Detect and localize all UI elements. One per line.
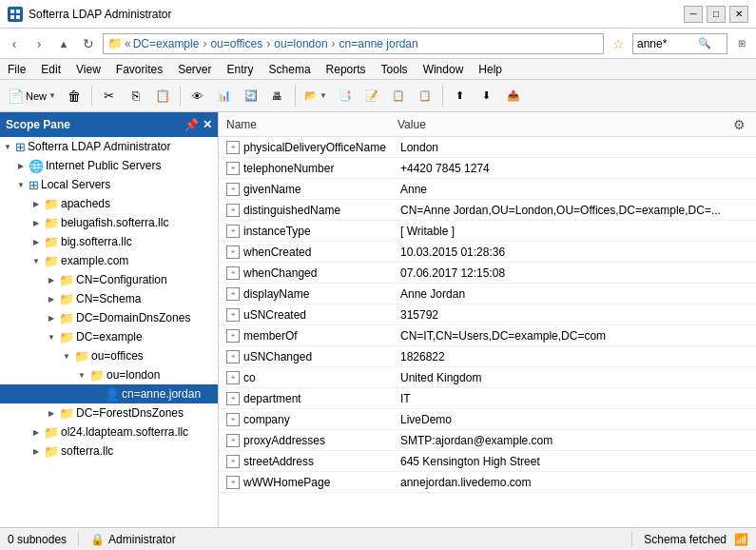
tree-node-local[interactable]: ▼ ⊞ Local Servers <box>0 175 218 194</box>
entry-row[interactable]: + instanceType [ Writable ] <box>219 221 756 242</box>
entry-row[interactable]: + displayName Anne Jordan <box>219 284 756 304</box>
tree-node-example[interactable]: ▼ 📁 example.com <box>0 251 218 270</box>
tree-node-dc-domain[interactable]: ▶ 📁 DC=DomainDnsZones <box>0 308 218 327</box>
expand-softerra[interactable]: ▶ <box>30 445 42 457</box>
view-btn-2[interactable]: 📊 <box>212 84 237 108</box>
copy-button[interactable]: ⎘ <box>124 84 148 108</box>
tree-node-beluga[interactable]: ▶ 📁 belugafish.softerra.llc <box>0 213 218 232</box>
search-input[interactable] <box>633 37 695 50</box>
entry-row[interactable]: + co United Kingdom <box>219 367 756 388</box>
print-button[interactable]: 🖶 <box>265 84 290 108</box>
menu-tools[interactable]: Tools <box>374 59 416 80</box>
entry-btn-7[interactable]: 📤 <box>501 84 526 108</box>
entry-row[interactable]: + uSNChanged 1826822 <box>219 346 756 367</box>
tree-node-dc-forest[interactable]: ▶ 📁 DC=ForestDnsZones <box>0 403 218 422</box>
tree-node-apacheds[interactable]: ▶ 📁 apacheds <box>0 194 218 213</box>
expand-cn-config[interactable]: ▶ <box>46 274 57 285</box>
back-button[interactable]: ‹ <box>4 33 25 54</box>
expand-ou-offices[interactable]: ▼ <box>61 350 72 362</box>
expand-dc-example[interactable]: ▼ <box>46 331 57 343</box>
close-button[interactable]: ✕ <box>729 6 748 23</box>
menu-server[interactable]: Server <box>170 59 219 80</box>
search-button[interactable]: 🔍 <box>695 34 714 53</box>
entry-row[interactable]: + distinguishedName CN=Anne Jordan,OU=Lo… <box>219 200 756 221</box>
menu-entry[interactable]: Entry <box>220 59 262 80</box>
entry-btn-5[interactable]: ⬆ <box>448 84 473 108</box>
entry-row[interactable]: + whenCreated 10.03.2015 01:28:36 <box>219 242 756 263</box>
expand-big[interactable]: ▶ <box>30 236 42 247</box>
menu-edit[interactable]: Edit <box>33 59 68 80</box>
menu-reports[interactable]: Reports <box>319 59 374 80</box>
expand-root[interactable]: ▼ <box>2 141 13 152</box>
path-part-0[interactable]: DC=example <box>133 37 200 50</box>
entry-row[interactable]: + proxyAddresses SMTP:ajordan@example.co… <box>219 430 756 451</box>
menu-view[interactable]: View <box>68 59 108 80</box>
path-part-2[interactable]: ou=london <box>274 37 327 50</box>
entry-row[interactable]: + streetAddress 645 Kensington High Stre… <box>219 451 756 472</box>
entry-btn-4[interactable]: 📋 <box>413 84 437 108</box>
attr-value: +4420 7845 1274 <box>400 162 748 175</box>
expand-apacheds[interactable]: ▶ <box>30 198 42 209</box>
tree-node-ol24[interactable]: ▶ 📁 ol24.ldapteam.softerra.llc <box>0 422 218 442</box>
tree-node-cn-config[interactable]: ▶ 📁 CN=Configuration <box>0 270 218 289</box>
address-path[interactable]: 📁 « DC=example › ou=offices › ou=london … <box>103 33 604 54</box>
tree-node-dc-example[interactable]: ▼ 📁 DC=example <box>0 327 218 346</box>
delete-button[interactable]: 🗑 <box>62 84 87 108</box>
new-button[interactable]: 📄 New ▼ <box>4 84 60 108</box>
entry-btn-6[interactable]: ⬇ <box>475 84 499 108</box>
paste-button[interactable]: 📋 <box>150 84 175 108</box>
expand-ou-london[interactable]: ▼ <box>76 369 87 381</box>
entry-btn-3[interactable]: 📋 <box>386 84 411 108</box>
menu-favorites[interactable]: Favorites <box>108 59 170 80</box>
menu-file[interactable]: File <box>0 59 33 80</box>
expand-ol24[interactable]: ▶ <box>30 426 42 438</box>
entry-row[interactable]: + memberOf CN=IT,CN=Users,DC=example,DC=… <box>219 325 756 346</box>
menu-window[interactable]: Window <box>416 59 472 80</box>
expand-example[interactable]: ▼ <box>30 255 42 266</box>
view-btn-1[interactable]: 👁 <box>185 84 210 108</box>
up-button[interactable]: ▲ <box>53 33 74 54</box>
expand-beluga[interactable]: ▶ <box>30 217 42 228</box>
tree-node-internet[interactable]: ▶ 🌐 Internet Public Servers <box>0 156 218 175</box>
forward-button[interactable]: › <box>29 33 49 54</box>
entry-btn-1[interactable]: 📑 <box>333 84 358 108</box>
expand-dc-forest[interactable]: ▶ <box>46 407 57 419</box>
tree-node-softerra[interactable]: ▶ 📁 softerra.llc <box>0 442 218 461</box>
scope-close-icon[interactable]: ✕ <box>203 118 212 131</box>
tree-node-ou-offices[interactable]: ▼ 📁 ou=offices <box>0 346 218 365</box>
entry-row[interactable]: + whenChanged 07.06.2017 12:15:08 <box>219 263 756 284</box>
tree-node-cn-schema[interactable]: ▶ 📁 CN=Schema <box>0 289 218 308</box>
minimize-button[interactable]: ─ <box>684 6 703 23</box>
path-part-3[interactable]: cn=anne jordan <box>339 37 418 50</box>
browse-button[interactable]: ⊞ <box>731 33 752 54</box>
tree-node-big[interactable]: ▶ 📁 big.softerra.llc <box>0 232 218 251</box>
expand-local[interactable]: ▼ <box>15 179 27 190</box>
tree-node-root[interactable]: ▼ ⊞ Softerra LDAP Administrator <box>0 137 218 156</box>
menu-schema[interactable]: Schema <box>262 59 319 80</box>
path-part-1[interactable]: ou=offices <box>210 37 262 50</box>
open-button[interactable]: 📂▼ <box>300 84 331 108</box>
scope-pin-icon[interactable]: 📌 <box>184 118 199 131</box>
tree-node-cn-anne[interactable]: 👤 cn=anne.jordan <box>0 384 218 403</box>
entry-btn-2[interactable]: 📝 <box>359 84 384 108</box>
cut-button[interactable]: ✂ <box>97 84 122 108</box>
view-btn-3[interactable]: 🔄 <box>239 84 263 108</box>
entry-row[interactable]: + wWWHomePage annejordan.livedemo.com <box>219 472 756 493</box>
entry-row[interactable]: + company LiveDemo <box>219 409 756 430</box>
entry-row[interactable]: + physicalDeliveryOfficeName London <box>219 137 756 158</box>
entry-row[interactable]: + uSNCreated 315792 <box>219 304 756 325</box>
entry-row[interactable]: + givenName Anne <box>219 179 756 200</box>
settings-button[interactable]: ⚙ <box>729 117 748 132</box>
node-label-dc-domain: DC=DomainDnsZones <box>76 311 190 324</box>
menu-help[interactable]: Help <box>471 59 510 80</box>
expand-cn-anne[interactable] <box>91 388 103 400</box>
expand-internet[interactable]: ▶ <box>15 160 27 171</box>
expand-dc-domain[interactable]: ▶ <box>46 312 57 324</box>
entry-row[interactable]: + department IT <box>219 388 756 409</box>
refresh-button[interactable]: ↻ <box>78 33 99 54</box>
maximize-button[interactable]: □ <box>707 6 726 23</box>
tree-node-ou-london[interactable]: ▼ 📁 ou=london <box>0 365 218 384</box>
expand-cn-schema[interactable]: ▶ <box>46 293 57 304</box>
favorite-button[interactable]: ☆ <box>608 33 629 54</box>
entry-row[interactable]: + telephoneNumber +4420 7845 1274 <box>219 158 756 179</box>
